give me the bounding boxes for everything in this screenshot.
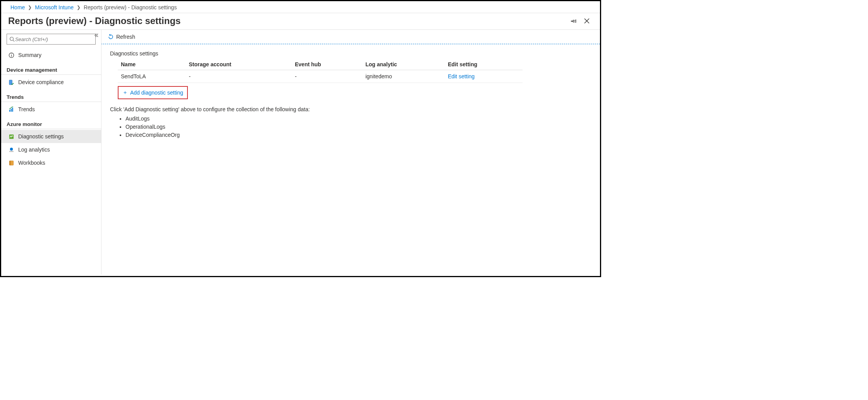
content-pane: Refresh Diagnostics settings Name Storag… xyxy=(101,30,600,274)
chevron-right-icon: ❯ xyxy=(28,5,32,10)
svg-point-12 xyxy=(10,147,13,150)
sidebar-item-label: Diagnostic settings xyxy=(18,133,64,140)
col-storage: Storage account xyxy=(186,59,292,70)
sidebar-item-device-compliance[interactable]: Device compliance xyxy=(1,76,101,89)
svg-rect-13 xyxy=(9,151,10,152)
sidebar-item-workbooks[interactable]: Workbooks xyxy=(1,156,101,169)
breadcrumb-link-intune[interactable]: Microsoft Intune xyxy=(35,4,74,10)
search-icon xyxy=(9,36,15,42)
list-item: DeviceComplianceOrg xyxy=(125,131,591,139)
close-button[interactable] xyxy=(581,16,592,26)
table-row: SendToLA - - ignitedemo Edit setting xyxy=(118,70,523,83)
sidebar-item-label: Log analytics xyxy=(18,147,50,153)
plus-icon: ＋ xyxy=(122,89,128,96)
page-title: Reports (preview) - Diagnostic settings xyxy=(8,16,566,26)
data-list: AuditLogs OperationalLogs DeviceComplian… xyxy=(125,115,591,139)
sidebar-search[interactable] xyxy=(7,34,96,45)
help-text: Click 'Add Diagnostic setting' above to … xyxy=(110,106,591,112)
refresh-button[interactable]: Refresh xyxy=(108,34,135,40)
svg-rect-17 xyxy=(9,160,10,165)
toolbar: Refresh xyxy=(101,30,600,44)
chevron-double-left-icon xyxy=(94,33,99,38)
pin-icon xyxy=(570,17,577,24)
refresh-label: Refresh xyxy=(116,34,135,40)
list-item: AuditLogs xyxy=(125,115,591,123)
list-item: OperationalLogs xyxy=(125,123,591,131)
section-heading: Diagnostics settings xyxy=(110,50,591,57)
sidebar-item-log-analytics[interactable]: Log analytics xyxy=(1,143,101,156)
breadcrumb-current: Reports (preview) - Diagnostic settings xyxy=(84,4,177,10)
cell-name: SendToLA xyxy=(118,70,186,83)
search-input[interactable] xyxy=(15,36,93,42)
sidebar: Summary Device management Device complia… xyxy=(1,30,101,274)
cell-eventhub: - xyxy=(292,70,362,83)
refresh-icon xyxy=(108,34,114,40)
sidebar-item-summary[interactable]: Summary xyxy=(1,48,101,62)
device-compliance-icon xyxy=(8,79,14,85)
col-loganalytic: Log analytic xyxy=(362,59,445,70)
cell-storage: - xyxy=(186,70,292,83)
svg-line-3 xyxy=(13,40,15,42)
sidebar-item-label: Trends xyxy=(18,106,35,112)
breadcrumb: Home ❯ Microsoft Intune ❯ Reports (previ… xyxy=(1,1,600,13)
edit-setting-link[interactable]: Edit setting xyxy=(448,73,474,79)
sidebar-item-trends[interactable]: Trends xyxy=(1,103,101,116)
workbooks-icon xyxy=(8,160,14,166)
cell-loganalytic: ignitedemo xyxy=(362,70,445,83)
sidebar-item-label: Device compliance xyxy=(18,79,64,85)
close-icon xyxy=(584,18,590,24)
sidebar-item-label: Summary xyxy=(18,52,41,58)
detail-panel: Diagnostics settings Name Storage accoun… xyxy=(101,44,600,274)
col-name: Name xyxy=(118,59,186,70)
trends-icon xyxy=(8,106,14,112)
col-edit: Edit setting xyxy=(445,59,523,70)
collapse-sidebar-button[interactable] xyxy=(94,33,99,38)
svg-point-2 xyxy=(10,37,14,41)
diagnostics-table: Name Storage account Event hub Log analy… xyxy=(118,59,523,83)
add-diagnostic-label: Add diagnostic setting xyxy=(130,90,183,96)
chevron-right-icon: ❯ xyxy=(77,5,81,10)
svg-rect-10 xyxy=(12,107,13,111)
svg-rect-8 xyxy=(9,110,10,112)
col-eventhub: Event hub xyxy=(292,59,362,70)
log-analytics-icon xyxy=(8,147,14,153)
sidebar-group-trends: Trends xyxy=(1,89,101,102)
svg-rect-9 xyxy=(10,109,11,112)
add-diagnostic-setting-button[interactable]: ＋ Add diagnostic setting xyxy=(118,86,188,99)
sidebar-item-label: Workbooks xyxy=(18,160,45,166)
info-icon xyxy=(8,52,14,58)
sidebar-item-diagnostic-settings[interactable]: Diagnostic settings xyxy=(1,130,101,143)
sidebar-group-azure-monitor: Azure monitor xyxy=(1,116,101,129)
svg-rect-14 xyxy=(11,151,12,152)
sidebar-group-device-management: Device management xyxy=(1,62,101,75)
diagnostic-icon xyxy=(8,133,14,140)
title-row: Reports (preview) - Diagnostic settings xyxy=(1,13,600,30)
svg-rect-15 xyxy=(12,151,13,152)
breadcrumb-link-home[interactable]: Home xyxy=(10,4,25,10)
pin-button[interactable] xyxy=(568,16,579,26)
svg-point-6 xyxy=(11,53,12,54)
